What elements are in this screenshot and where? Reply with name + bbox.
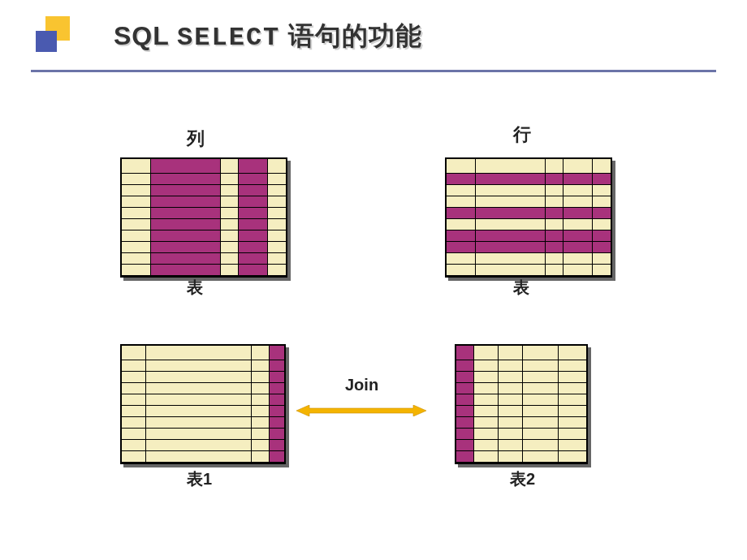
slide-title: SQL SELECT 语句的功能 [114,19,422,54]
slide-header: SQL SELECT 语句的功能 [0,0,747,63]
table-row-selection [445,157,612,278]
join-arrow-icon [296,405,426,416]
label-rows: 行 [513,123,531,147]
logo-icon [32,16,73,57]
label-table2: 表2 [510,468,535,490]
label-columns: 列 [187,127,205,151]
title-keyword: SELECT [177,23,280,53]
label-table-left: 表 [187,277,203,299]
label-table-right: 表 [513,277,529,299]
diagram-area: 列 行 表 表 [0,72,747,527]
table-join-right [455,344,588,464]
label-table1: 表1 [187,468,212,490]
svg-marker-0 [296,405,426,416]
label-join: Join [345,376,378,394]
table-column-projection [120,157,287,278]
title-post: 语句的功能 [280,21,422,50]
title-pre: SQL [114,21,177,50]
table-join-left [120,344,286,464]
